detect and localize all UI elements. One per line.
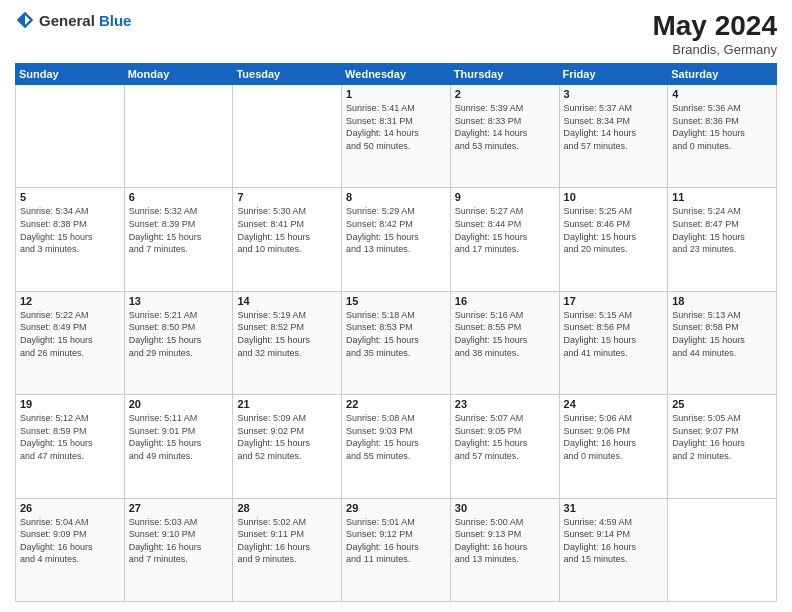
day-info: Sunrise: 5:09 AM Sunset: 9:02 PM Dayligh… — [237, 412, 337, 462]
day-cell: 15Sunrise: 5:18 AM Sunset: 8:53 PM Dayli… — [342, 291, 451, 394]
day-cell: 2Sunrise: 5:39 AM Sunset: 8:33 PM Daylig… — [450, 85, 559, 188]
weekday-header-sunday: Sunday — [16, 64, 125, 85]
day-cell: 23Sunrise: 5:07 AM Sunset: 9:05 PM Dayli… — [450, 395, 559, 498]
day-info: Sunrise: 4:59 AM Sunset: 9:14 PM Dayligh… — [564, 516, 664, 566]
day-number: 13 — [129, 295, 229, 307]
weekday-header-tuesday: Tuesday — [233, 64, 342, 85]
location: Brandis, Germany — [652, 42, 777, 57]
weekday-header-saturday: Saturday — [668, 64, 777, 85]
logo: General Blue — [15, 10, 131, 30]
day-cell: 27Sunrise: 5:03 AM Sunset: 9:10 PM Dayli… — [124, 498, 233, 601]
day-cell: 13Sunrise: 5:21 AM Sunset: 8:50 PM Dayli… — [124, 291, 233, 394]
day-number: 16 — [455, 295, 555, 307]
day-info: Sunrise: 5:16 AM Sunset: 8:55 PM Dayligh… — [455, 309, 555, 359]
day-info: Sunrise: 5:27 AM Sunset: 8:44 PM Dayligh… — [455, 205, 555, 255]
day-info: Sunrise: 5:19 AM Sunset: 8:52 PM Dayligh… — [237, 309, 337, 359]
day-number: 30 — [455, 502, 555, 514]
day-info: Sunrise: 5:25 AM Sunset: 8:46 PM Dayligh… — [564, 205, 664, 255]
day-number: 21 — [237, 398, 337, 410]
day-cell: 16Sunrise: 5:16 AM Sunset: 8:55 PM Dayli… — [450, 291, 559, 394]
day-cell: 30Sunrise: 5:00 AM Sunset: 9:13 PM Dayli… — [450, 498, 559, 601]
day-info: Sunrise: 5:03 AM Sunset: 9:10 PM Dayligh… — [129, 516, 229, 566]
day-number: 14 — [237, 295, 337, 307]
day-cell: 7Sunrise: 5:30 AM Sunset: 8:41 PM Daylig… — [233, 188, 342, 291]
day-cell: 19Sunrise: 5:12 AM Sunset: 8:59 PM Dayli… — [16, 395, 125, 498]
day-info: Sunrise: 5:00 AM Sunset: 9:13 PM Dayligh… — [455, 516, 555, 566]
day-number: 9 — [455, 191, 555, 203]
weekday-header-wednesday: Wednesday — [342, 64, 451, 85]
week-row-3: 12Sunrise: 5:22 AM Sunset: 8:49 PM Dayli… — [16, 291, 777, 394]
day-number: 20 — [129, 398, 229, 410]
week-row-4: 19Sunrise: 5:12 AM Sunset: 8:59 PM Dayli… — [16, 395, 777, 498]
day-cell: 10Sunrise: 5:25 AM Sunset: 8:46 PM Dayli… — [559, 188, 668, 291]
day-cell — [124, 85, 233, 188]
day-cell: 1Sunrise: 5:41 AM Sunset: 8:31 PM Daylig… — [342, 85, 451, 188]
day-number: 25 — [672, 398, 772, 410]
calendar-body: 1Sunrise: 5:41 AM Sunset: 8:31 PM Daylig… — [16, 85, 777, 602]
day-number: 28 — [237, 502, 337, 514]
day-cell: 26Sunrise: 5:04 AM Sunset: 9:09 PM Dayli… — [16, 498, 125, 601]
day-info: Sunrise: 5:02 AM Sunset: 9:11 PM Dayligh… — [237, 516, 337, 566]
day-number: 2 — [455, 88, 555, 100]
day-info: Sunrise: 5:32 AM Sunset: 8:39 PM Dayligh… — [129, 205, 229, 255]
day-cell: 4Sunrise: 5:36 AM Sunset: 8:36 PM Daylig… — [668, 85, 777, 188]
day-info: Sunrise: 5:41 AM Sunset: 8:31 PM Dayligh… — [346, 102, 446, 152]
day-info: Sunrise: 5:21 AM Sunset: 8:50 PM Dayligh… — [129, 309, 229, 359]
day-number: 8 — [346, 191, 446, 203]
day-info: Sunrise: 5:29 AM Sunset: 8:42 PM Dayligh… — [346, 205, 446, 255]
logo-icon — [15, 10, 35, 30]
day-cell: 25Sunrise: 5:05 AM Sunset: 9:07 PM Dayli… — [668, 395, 777, 498]
day-info: Sunrise: 5:37 AM Sunset: 8:34 PM Dayligh… — [564, 102, 664, 152]
day-number: 27 — [129, 502, 229, 514]
day-cell — [16, 85, 125, 188]
day-cell: 22Sunrise: 5:08 AM Sunset: 9:03 PM Dayli… — [342, 395, 451, 498]
day-info: Sunrise: 5:06 AM Sunset: 9:06 PM Dayligh… — [564, 412, 664, 462]
day-info: Sunrise: 5:13 AM Sunset: 8:58 PM Dayligh… — [672, 309, 772, 359]
day-number: 31 — [564, 502, 664, 514]
day-cell: 14Sunrise: 5:19 AM Sunset: 8:52 PM Dayli… — [233, 291, 342, 394]
day-cell: 29Sunrise: 5:01 AM Sunset: 9:12 PM Dayli… — [342, 498, 451, 601]
page: General Blue May 2024 Brandis, Germany S… — [0, 0, 792, 612]
day-cell — [233, 85, 342, 188]
weekday-header-thursday: Thursday — [450, 64, 559, 85]
day-cell: 9Sunrise: 5:27 AM Sunset: 8:44 PM Daylig… — [450, 188, 559, 291]
calendar-table: SundayMondayTuesdayWednesdayThursdayFrid… — [15, 63, 777, 602]
day-cell: 5Sunrise: 5:34 AM Sunset: 8:38 PM Daylig… — [16, 188, 125, 291]
day-number: 15 — [346, 295, 446, 307]
day-cell: 31Sunrise: 4:59 AM Sunset: 9:14 PM Dayli… — [559, 498, 668, 601]
logo-general: General — [39, 12, 95, 29]
weekday-header-monday: Monday — [124, 64, 233, 85]
day-cell: 12Sunrise: 5:22 AM Sunset: 8:49 PM Dayli… — [16, 291, 125, 394]
day-number: 19 — [20, 398, 120, 410]
day-number: 3 — [564, 88, 664, 100]
logo-blue: Blue — [99, 12, 132, 29]
weekday-header-friday: Friday — [559, 64, 668, 85]
day-info: Sunrise: 5:08 AM Sunset: 9:03 PM Dayligh… — [346, 412, 446, 462]
day-number: 17 — [564, 295, 664, 307]
day-number: 18 — [672, 295, 772, 307]
day-info: Sunrise: 5:22 AM Sunset: 8:49 PM Dayligh… — [20, 309, 120, 359]
day-cell: 28Sunrise: 5:02 AM Sunset: 9:11 PM Dayli… — [233, 498, 342, 601]
day-info: Sunrise: 5:36 AM Sunset: 8:36 PM Dayligh… — [672, 102, 772, 152]
day-info: Sunrise: 5:15 AM Sunset: 8:56 PM Dayligh… — [564, 309, 664, 359]
day-info: Sunrise: 5:12 AM Sunset: 8:59 PM Dayligh… — [20, 412, 120, 462]
day-info: Sunrise: 5:18 AM Sunset: 8:53 PM Dayligh… — [346, 309, 446, 359]
day-number: 23 — [455, 398, 555, 410]
title-block: May 2024 Brandis, Germany — [652, 10, 777, 57]
day-info: Sunrise: 5:05 AM Sunset: 9:07 PM Dayligh… — [672, 412, 772, 462]
day-number: 5 — [20, 191, 120, 203]
day-cell: 18Sunrise: 5:13 AM Sunset: 8:58 PM Dayli… — [668, 291, 777, 394]
calendar: SundayMondayTuesdayWednesdayThursdayFrid… — [15, 63, 777, 602]
day-number: 26 — [20, 502, 120, 514]
day-number: 1 — [346, 88, 446, 100]
day-cell: 20Sunrise: 5:11 AM Sunset: 9:01 PM Dayli… — [124, 395, 233, 498]
day-cell — [668, 498, 777, 601]
day-info: Sunrise: 5:01 AM Sunset: 9:12 PM Dayligh… — [346, 516, 446, 566]
day-info: Sunrise: 5:34 AM Sunset: 8:38 PM Dayligh… — [20, 205, 120, 255]
day-number: 29 — [346, 502, 446, 514]
day-cell: 8Sunrise: 5:29 AM Sunset: 8:42 PM Daylig… — [342, 188, 451, 291]
day-info: Sunrise: 5:04 AM Sunset: 9:09 PM Dayligh… — [20, 516, 120, 566]
day-cell: 11Sunrise: 5:24 AM Sunset: 8:47 PM Dayli… — [668, 188, 777, 291]
day-info: Sunrise: 5:07 AM Sunset: 9:05 PM Dayligh… — [455, 412, 555, 462]
day-number: 22 — [346, 398, 446, 410]
